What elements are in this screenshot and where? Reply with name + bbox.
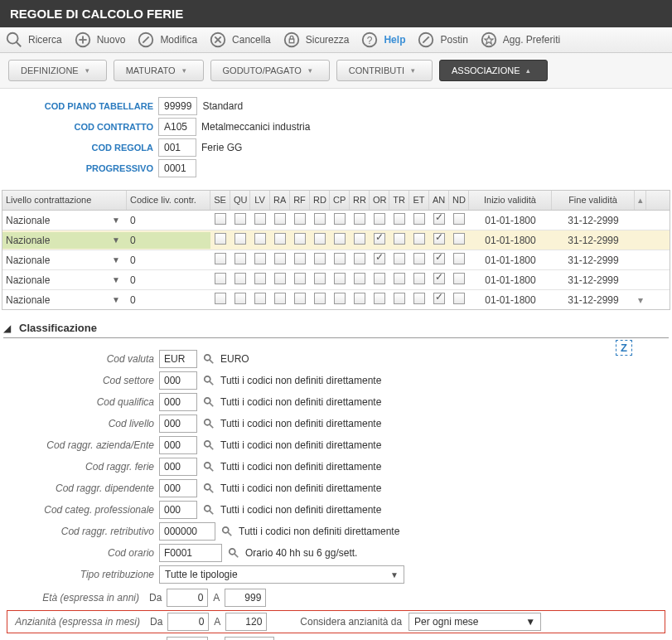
scroll-down-icon[interactable]: ▾ — [635, 292, 646, 308]
help-button[interactable]: ? Help — [360, 31, 405, 49]
checkbox[interactable] — [274, 253, 286, 264]
checkbox[interactable] — [274, 213, 286, 225]
checkbox[interactable] — [215, 273, 226, 284]
col-qu[interactable]: QU — [230, 191, 250, 210]
tab-associazione[interactable]: ASSOCIAZIONE▴ — [439, 60, 549, 81]
checkbox[interactable] — [453, 233, 465, 245]
checkbox[interactable] — [453, 293, 465, 304]
table-row[interactable]: Nazionale▼001-01-180031-12-2999 — [2, 270, 670, 290]
checkbox[interactable] — [334, 253, 346, 264]
checkbox[interactable] — [453, 253, 465, 264]
checkbox[interactable] — [433, 253, 445, 264]
chevron-down-icon[interactable]: ▼ — [112, 255, 123, 264]
azienda-input[interactable]: 000 — [159, 436, 197, 454]
lookup-icon[interactable] — [202, 374, 215, 387]
checkbox[interactable] — [374, 253, 385, 264]
checkbox[interactable] — [314, 273, 326, 284]
checkbox[interactable] — [354, 233, 365, 245]
checkbox[interactable] — [433, 273, 445, 284]
anz-a-input[interactable]: 120 — [225, 613, 267, 631]
col-an[interactable]: AN — [429, 191, 449, 210]
edit-button[interactable]: Modifica — [137, 31, 197, 49]
search-button[interactable]: Ricerca — [5, 31, 62, 49]
checkbox[interactable] — [374, 273, 385, 284]
checkbox[interactable] — [254, 253, 266, 264]
table-row[interactable]: Nazionale▼001-01-180031-12-2999 — [2, 250, 670, 270]
lookup-icon[interactable] — [202, 352, 215, 366]
lookup-icon[interactable] — [220, 525, 234, 538]
checkbox[interactable] — [374, 213, 385, 225]
lookup-icon[interactable] — [227, 546, 240, 560]
checkbox[interactable] — [413, 213, 425, 225]
checkbox[interactable] — [294, 253, 306, 264]
security-button[interactable]: Sicurezza — [283, 31, 350, 49]
eta-da-input[interactable]: 0 — [167, 589, 208, 607]
checkbox[interactable] — [254, 273, 266, 284]
favorites-button[interactable]: Agg. Preferiti — [480, 31, 560, 49]
checkbox[interactable] — [374, 233, 385, 245]
tab-contributi[interactable]: CONTRIBUTI▾ — [336, 60, 433, 81]
lookup-icon[interactable] — [202, 503, 215, 516]
col-livello[interactable]: Livello contrattazione — [2, 191, 127, 210]
checkbox[interactable] — [433, 213, 445, 225]
tiporetr-select[interactable]: Tutte le tipologie▼ — [159, 565, 404, 584]
table-row[interactable]: Nazionale▼001-01-180031-12-2999 — [2, 230, 670, 250]
col-tr[interactable]: TR — [389, 191, 409, 210]
chevron-down-icon[interactable]: ▼ — [112, 295, 123, 304]
z-badge[interactable]: Z — [616, 340, 632, 356]
col-rd[interactable]: RD — [310, 191, 330, 210]
dip-da-input[interactable]: 0 — [167, 637, 208, 640]
checkbox[interactable] — [394, 273, 405, 284]
checkbox[interactable] — [394, 233, 405, 245]
checkbox[interactable] — [413, 233, 425, 245]
checkbox[interactable] — [334, 233, 346, 245]
checkbox[interactable] — [274, 273, 286, 284]
checkbox[interactable] — [234, 253, 246, 264]
regola-input[interactable]: 001 — [158, 138, 196, 157]
chevron-down-icon[interactable]: ▼ — [112, 235, 123, 245]
delete-button[interactable]: Cancella — [209, 31, 271, 49]
considera-select[interactable]: Per ogni mese▼ — [409, 613, 541, 631]
checkbox[interactable] — [234, 213, 246, 225]
checkbox[interactable] — [394, 213, 405, 225]
col-rr[interactable]: RR — [350, 191, 370, 210]
livello-input[interactable]: 000 — [159, 415, 197, 433]
section-classificazione[interactable]: ◢ Classificazione — [3, 322, 669, 338]
checkbox[interactable] — [394, 253, 405, 264]
checkbox[interactable] — [354, 213, 365, 225]
checkbox[interactable] — [433, 293, 445, 304]
checkbox[interactable] — [413, 253, 425, 264]
postin-button[interactable]: Postin — [417, 31, 467, 49]
dip-a-input[interactable]: 999999 — [225, 637, 274, 640]
checkbox[interactable] — [334, 213, 346, 225]
lookup-icon[interactable] — [202, 439, 215, 452]
piano-input[interactable]: 99999 — [158, 97, 197, 115]
col-et[interactable]: ET — [409, 191, 429, 210]
retrib-input[interactable]: 000000 — [159, 522, 215, 541]
valuta-input[interactable]: EUR — [159, 350, 197, 368]
checkbox[interactable] — [294, 293, 306, 304]
checkbox[interactable] — [254, 233, 266, 245]
table-row[interactable]: Nazionale▼001-01-180031-12-2999▾ — [2, 290, 670, 309]
progressivo-input[interactable]: 0001 — [158, 159, 196, 177]
lookup-icon[interactable] — [202, 417, 215, 430]
tab-maturato[interactable]: MATURATO▾ — [114, 60, 204, 81]
tab-goduto[interactable]: GODUTO/PAGATO▾ — [210, 60, 330, 81]
checkbox[interactable] — [215, 253, 226, 264]
checkbox[interactable] — [394, 293, 405, 304]
checkbox[interactable] — [354, 253, 365, 264]
checkbox[interactable] — [314, 253, 326, 264]
checkbox[interactable] — [453, 273, 465, 284]
table-row[interactable]: Nazionale▼001-01-180031-12-2999 — [2, 211, 670, 230]
orario-input[interactable]: F0001 — [159, 544, 222, 562]
checkbox[interactable] — [234, 273, 246, 284]
chevron-down-icon[interactable]: ▼ — [112, 275, 123, 284]
col-inizio[interactable]: Inizio validità — [469, 191, 552, 210]
checkbox[interactable] — [374, 293, 385, 304]
qualifica-input[interactable]: 000 — [159, 393, 197, 411]
checkbox[interactable] — [254, 293, 266, 304]
scroll-up-icon[interactable]: ▴ — [635, 191, 646, 210]
checkbox[interactable] — [354, 293, 365, 304]
checkbox[interactable] — [254, 213, 266, 225]
eta-a-input[interactable]: 999 — [225, 589, 266, 607]
